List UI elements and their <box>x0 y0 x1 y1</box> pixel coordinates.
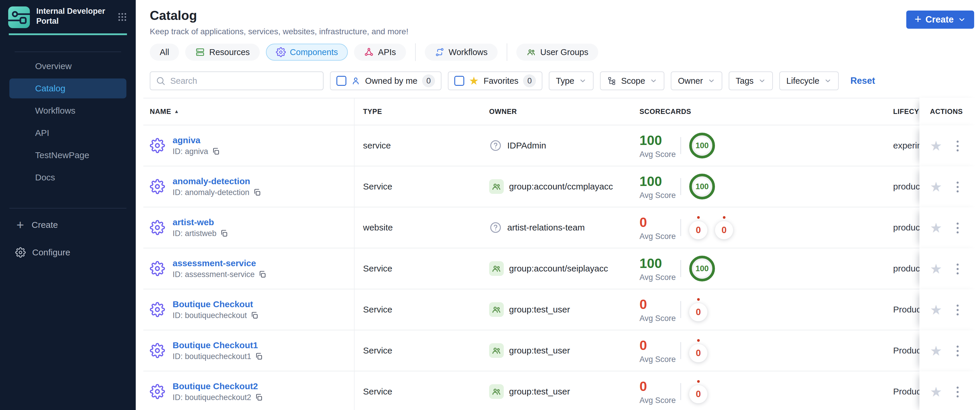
owner-dropdown[interactable]: Owner <box>671 72 722 90</box>
table-row[interactable]: anomaly-detection ID: anomaly-detection … <box>143 166 980 207</box>
avg-score-value: 0 <box>640 297 681 312</box>
tags-dropdown[interactable]: Tags <box>729 72 773 90</box>
name-stack: anomaly-detection ID: anomaly-detection <box>173 176 261 197</box>
name-stack: assessment-service ID: assessment-servic… <box>173 258 267 279</box>
kebab-menu-icon[interactable] <box>955 385 960 399</box>
scorecard-badge[interactable]: 0 <box>689 339 707 362</box>
type-dropdown[interactable]: Type <box>549 72 593 90</box>
favorites-checkbox[interactable] <box>454 76 464 86</box>
reset-filters-link[interactable]: Reset <box>850 75 875 86</box>
entity-type: Service <box>355 330 485 371</box>
entity-name-link[interactable]: Boutique Checkout1 <box>173 340 263 350</box>
sidebar-configure-label: Configure <box>32 247 70 257</box>
favorites-filter[interactable]: ★ Favorites 0 <box>448 72 542 90</box>
copy-icon[interactable] <box>258 270 267 279</box>
sidebar-item-workflows[interactable]: Workflows <box>10 101 126 121</box>
search-input[interactable] <box>170 76 318 86</box>
sidebar-configure-button[interactable]: Configure <box>0 241 136 263</box>
scorecard-badge[interactable]: 0 <box>689 216 707 239</box>
kebab-menu-icon[interactable] <box>955 139 960 153</box>
entity-name-link[interactable]: agniva <box>173 135 220 145</box>
scorecard-badge[interactable]: 0 <box>715 216 733 239</box>
name-cell: Boutique Checkout ID: boutiquecheckout <box>143 289 355 330</box>
lifecycle-value: Production <box>886 371 920 410</box>
avg-score-value: 100 <box>640 132 681 148</box>
badge-value: 0 <box>696 389 701 399</box>
tab-all[interactable]: All <box>150 44 179 61</box>
entity-name-link[interactable]: Boutique Checkout2 <box>173 381 263 391</box>
avg-score-label: Avg Score <box>640 150 681 159</box>
sidebar-item-api[interactable]: API <box>10 123 126 143</box>
entity-name-link[interactable]: artist-web <box>173 217 228 227</box>
sidebar-item-overview[interactable]: Overview <box>10 56 126 76</box>
entity-name-link[interactable]: assessment-service <box>173 258 267 268</box>
owned-by-me-filter[interactable]: Owned by me 0 <box>330 72 441 90</box>
column-header-lifecycle[interactable]: LIFECYCLE <box>886 98 920 125</box>
kebab-menu-icon[interactable] <box>955 180 960 194</box>
scorecard-badges: 0 <box>689 339 707 362</box>
badge-progress-dot <box>723 216 725 219</box>
tab-apis[interactable]: APIs <box>354 44 406 61</box>
column-header-name[interactable]: NAME ▲ <box>143 98 355 125</box>
favorite-star-icon[interactable]: ★ <box>930 303 942 317</box>
app-switcher-grid-icon[interactable] <box>117 12 127 22</box>
owner-cell: group:test_user <box>485 330 631 371</box>
column-header-type[interactable]: TYPE <box>355 98 485 125</box>
kebab-menu-icon[interactable] <box>955 344 960 358</box>
scorecard-badge[interactable]: 100 <box>689 174 715 199</box>
entity-name-link[interactable]: anomaly-detection <box>173 176 261 186</box>
table-row[interactable]: artist-web ID: artistweb website artist-… <box>143 207 980 248</box>
kebab-menu-icon[interactable] <box>955 221 960 235</box>
column-header-scorecards[interactable]: SCORECARDS <box>631 98 886 125</box>
column-header-owner[interactable]: OWNER <box>485 98 631 125</box>
sidebar-create-button[interactable]: + Create <box>0 214 136 236</box>
gear-icon <box>15 247 26 258</box>
chevron-down-icon <box>958 16 966 24</box>
scorecard-badge[interactable]: 100 <box>689 132 715 158</box>
sidebar-item-testnewpage[interactable]: TestNewPage <box>10 145 126 165</box>
lifecycle-dropdown[interactable]: Lifecycle <box>779 72 839 90</box>
favorite-star-icon[interactable]: ★ <box>930 221 942 235</box>
table-row[interactable]: assessment-service ID: assessment-servic… <box>143 248 980 289</box>
page-title: Catalog <box>150 8 408 23</box>
favorite-star-icon[interactable]: ★ <box>930 180 942 193</box>
avg-score-block: 0 Avg Score <box>640 297 681 323</box>
search-box <box>150 72 323 90</box>
kebab-menu-icon[interactable] <box>955 303 960 317</box>
copy-icon[interactable] <box>253 188 261 196</box>
entity-name-link[interactable]: Boutique Checkout <box>173 299 259 309</box>
favorite-star-icon[interactable]: ★ <box>930 262 942 276</box>
favorite-star-icon[interactable]: ★ <box>930 344 942 357</box>
tab-components[interactable]: Components <box>266 44 348 61</box>
badge-progress-dot <box>697 380 700 383</box>
copy-icon[interactable] <box>255 352 263 361</box>
tab-workflows[interactable]: Workflows <box>425 44 498 61</box>
badge-value: 0 <box>696 307 701 317</box>
copy-icon[interactable] <box>255 393 263 402</box>
avg-score-block: 0 Avg Score <box>640 214 681 241</box>
copy-icon[interactable] <box>250 311 259 319</box>
table-row[interactable]: agniva ID: agniva service IDPAdmin 100 A… <box>143 125 980 166</box>
table-row[interactable]: Boutique Checkout2 ID: boutiquecheckout2… <box>143 371 980 410</box>
favorite-star-icon[interactable]: ★ <box>930 385 942 399</box>
tab-user-groups[interactable]: User Groups <box>516 44 598 61</box>
copy-icon[interactable] <box>212 147 220 155</box>
scope-dropdown[interactable]: Scope <box>600 72 664 90</box>
kebab-menu-icon[interactable] <box>955 262 960 276</box>
scorecard-badge[interactable]: 0 <box>689 298 707 321</box>
avg-score-label: Avg Score <box>640 191 681 200</box>
sidebar-item-docs[interactable]: Docs <box>10 168 126 187</box>
sidebar-item-catalog[interactable]: Catalog <box>10 78 126 98</box>
owner-cell: group:account/ccmplayacc <box>485 166 631 207</box>
scorecard-badge[interactable]: 100 <box>689 256 715 281</box>
copy-icon[interactable] <box>220 229 228 238</box>
favorite-star-icon[interactable]: ★ <box>930 139 942 153</box>
table-row[interactable]: Boutique Checkout1 ID: boutiquecheckout1… <box>143 330 980 371</box>
component-gear-icon <box>150 179 165 194</box>
owned-by-me-checkbox[interactable] <box>336 76 346 86</box>
table-row[interactable]: Boutique Checkout ID: boutiquecheckout S… <box>143 289 980 330</box>
component-gear-icon <box>150 261 165 276</box>
scorecard-badge[interactable]: 0 <box>689 380 707 403</box>
tab-resources[interactable]: Resources <box>185 44 260 61</box>
create-button[interactable]: + Create <box>906 11 974 29</box>
